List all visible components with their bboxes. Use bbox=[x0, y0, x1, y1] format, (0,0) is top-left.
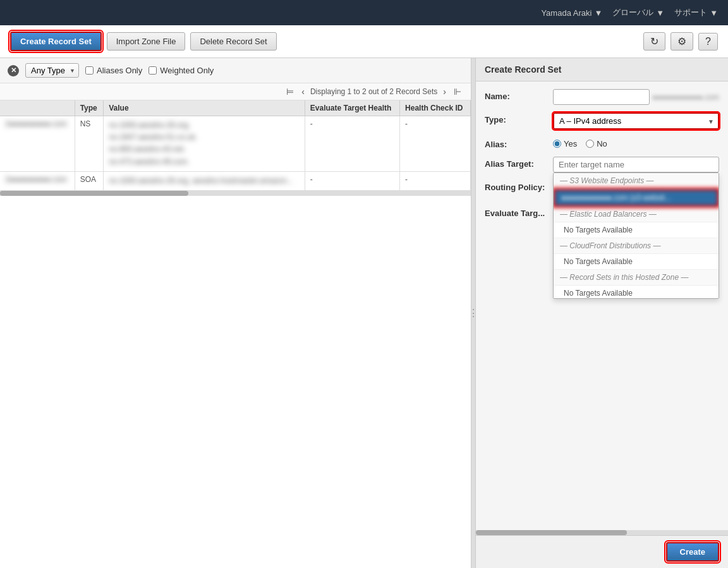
dropdown-section-label-0: — S3 Website Endpoints — bbox=[554, 173, 719, 189]
create-button[interactable]: Create bbox=[666, 542, 719, 562]
help-button[interactable]: ? bbox=[698, 33, 718, 51]
type-row: Type: A – IPv4 addressAAAA – IPv6 addres… bbox=[485, 112, 719, 130]
name-field: ●●●●●●●●●●●.com bbox=[553, 89, 719, 105]
alias-yes-text: Yes bbox=[564, 139, 577, 148]
support-dropdown-icon: ▼ bbox=[710, 8, 718, 18]
col-evaluate: Evaluate Target Health bbox=[305, 100, 399, 116]
right-panel: Create Record Set Name: ●●●●●●●●●●●.com … bbox=[475, 58, 728, 568]
col-value: Value bbox=[104, 100, 305, 116]
alias-field: Yes No bbox=[553, 137, 719, 148]
horizontal-scrollbar[interactable] bbox=[0, 191, 471, 196]
aliases-only-label: Aliases Only bbox=[97, 66, 142, 75]
type-filter-select[interactable]: Any Type bbox=[25, 63, 79, 78]
pagination-text: Displaying 1 to 2 out of 2 Record Sets bbox=[310, 87, 437, 96]
alias-yes-radio[interactable] bbox=[553, 140, 561, 148]
cell-value-1: ns-1000.awsdns-26.org. awsdns-hostmaster… bbox=[104, 171, 305, 190]
alias-target-label: Alias Target: bbox=[485, 157, 548, 169]
delete-record-set-button[interactable]: Delete Record Set bbox=[190, 32, 276, 51]
dropdown-item-0-0[interactable]: ●●●●●●●●●●●.com (s3-websit... bbox=[554, 189, 719, 207]
filter-clear-button[interactable]: ✕ bbox=[8, 65, 19, 76]
toolbar: Create Record Set Import Zone File Delet… bbox=[0, 25, 728, 58]
name-input-wrapper: ●●●●●●●●●●●.com bbox=[553, 89, 719, 105]
refresh-button[interactable]: ↻ bbox=[643, 32, 665, 51]
alias-no-radio[interactable] bbox=[586, 140, 594, 148]
user-menu[interactable]: Yamada Araki ▼ bbox=[541, 8, 602, 18]
left-panel: ✕ Any Type Aliases Only Weighted Only ⊨ … bbox=[0, 58, 471, 568]
cell-evaluate-0: - bbox=[305, 116, 399, 172]
topbar: Yamada Araki ▼ グローバル ▼ サポート ▼ bbox=[0, 0, 728, 25]
dropdown-section-label-2: — CloudFront Distributions — bbox=[554, 238, 719, 254]
global-menu[interactable]: グローバル ▼ bbox=[612, 7, 664, 18]
alias-no-label[interactable]: No bbox=[586, 139, 607, 148]
dropdown-item-1-0[interactable]: No Targets Available bbox=[554, 222, 719, 238]
settings-button[interactable]: ⚙ bbox=[670, 32, 693, 51]
alias-target-dropdown-list: — S3 Website Endpoints —●●●●●●●●●●●.com … bbox=[553, 172, 719, 299]
filter-bar: ✕ Any Type Aliases Only Weighted Only bbox=[0, 58, 471, 83]
cell-name-1: 2●●●●●●●●●.com bbox=[0, 171, 75, 190]
col-type: Type bbox=[75, 100, 104, 116]
scrollbar-thumb bbox=[0, 191, 188, 196]
prev-page-button[interactable]: ‹ bbox=[300, 87, 306, 97]
dropdown-section-label-1: — Elastic Load Balancers — bbox=[554, 207, 719, 222]
right-scrollbar-thumb bbox=[476, 530, 627, 535]
import-zone-file-button[interactable]: Import Zone File bbox=[107, 32, 186, 51]
record-table-area: Type Value Evaluate Target Health Health… bbox=[0, 100, 471, 568]
cell-value-0: ns-1000.awsdns-26.org.ns-1947.awsdns-51.… bbox=[104, 116, 305, 172]
name-suffix: ●●●●●●●●●●●.com bbox=[652, 93, 719, 102]
aliases-only-filter[interactable]: Aliases Only bbox=[85, 66, 142, 75]
alias-target-input[interactable] bbox=[553, 157, 719, 172]
alias-target-field: — S3 Website Endpoints —●●●●●●●●●●●.com … bbox=[553, 157, 719, 172]
alias-radio-group: Yes No bbox=[553, 137, 719, 148]
support-label: サポート bbox=[674, 7, 707, 18]
last-page-button[interactable]: ⊩ bbox=[452, 87, 463, 97]
right-panel-footer: Create bbox=[476, 535, 728, 568]
username: Yamada Araki bbox=[541, 8, 592, 18]
alias-yes-label[interactable]: Yes bbox=[553, 139, 577, 148]
col-health: Health Check ID bbox=[400, 100, 471, 116]
support-menu[interactable]: サポート ▼ bbox=[674, 7, 718, 18]
name-row: Name: ●●●●●●●●●●●.com bbox=[485, 89, 719, 105]
alias-no-text: No bbox=[597, 139, 607, 148]
cell-health-0: - bbox=[400, 116, 471, 172]
routing-policy-label: Routing Policy: bbox=[485, 180, 548, 192]
name-input[interactable] bbox=[553, 89, 650, 105]
aliases-only-checkbox[interactable] bbox=[85, 66, 94, 75]
cell-evaluate-1: - bbox=[305, 171, 399, 190]
alias-target-dropdown: — S3 Website Endpoints —●●●●●●●●●●●.com … bbox=[553, 157, 719, 172]
dropdown-item-2-0[interactable]: No Targets Available bbox=[554, 254, 719, 270]
create-record-set-button[interactable]: Create Record Set bbox=[10, 32, 102, 51]
weighted-only-label: Weighted Only bbox=[160, 66, 214, 75]
alias-label: Alias: bbox=[485, 137, 548, 149]
table-row[interactable]: 2●●●●●●●●●.comSOAns-1000.awsdns-26.org. … bbox=[0, 171, 471, 190]
evaluate-target-label: Evaluate Targ... bbox=[485, 206, 548, 218]
right-panel-title: Create Record Set bbox=[476, 58, 728, 82]
first-page-button[interactable]: ⊨ bbox=[284, 87, 296, 97]
right-panel-body: Name: ●●●●●●●●●●●.com Type: A – IPv4 add… bbox=[476, 82, 728, 530]
weighted-only-checkbox[interactable] bbox=[149, 66, 157, 75]
type-field: A – IPv4 addressAAAA – IPv6 addressCNAME… bbox=[553, 112, 719, 130]
cell-type-1: SOA bbox=[75, 171, 104, 190]
name-label: Name: bbox=[485, 89, 548, 101]
main-layout: ✕ Any Type Aliases Only Weighted Only ⊨ … bbox=[0, 58, 728, 568]
next-page-button[interactable]: › bbox=[441, 87, 448, 97]
dropdown-section-label-3: — Record Sets in this Hosted Zone — bbox=[554, 270, 719, 286]
global-label: グローバル bbox=[612, 7, 653, 18]
weighted-only-filter[interactable]: Weighted Only bbox=[149, 66, 214, 75]
table-header-row: Type Value Evaluate Target Health Health… bbox=[0, 100, 471, 116]
col-name bbox=[0, 100, 75, 116]
record-table: Type Value Evaluate Target Health Health… bbox=[0, 100, 471, 191]
type-select[interactable]: A – IPv4 addressAAAA – IPv6 addressCNAME… bbox=[553, 112, 719, 130]
cell-type-0: NS bbox=[75, 116, 104, 172]
dropdown-item-3-0[interactable]: No Targets Available bbox=[554, 286, 719, 299]
table-row[interactable]: 2●●●●●●●●●.comNSns-1000.awsdns-26.org.ns… bbox=[0, 116, 471, 172]
global-dropdown-icon: ▼ bbox=[656, 8, 664, 18]
alias-row: Alias: Yes No bbox=[485, 137, 719, 149]
right-panel-scrollbar[interactable] bbox=[476, 530, 728, 535]
type-filter-wrapper: Any Type bbox=[25, 63, 79, 78]
alias-target-row: Alias Target: — S3 Website Endpoints —●●… bbox=[485, 157, 719, 172]
cell-name-0: 2●●●●●●●●●.com bbox=[0, 116, 75, 172]
cell-health-1: - bbox=[400, 171, 471, 190]
type-label: Type: bbox=[485, 112, 548, 124]
pagination-bar: ⊨ ‹ Displaying 1 to 2 out of 2 Record Se… bbox=[0, 83, 471, 100]
user-dropdown-icon: ▼ bbox=[594, 8, 602, 18]
